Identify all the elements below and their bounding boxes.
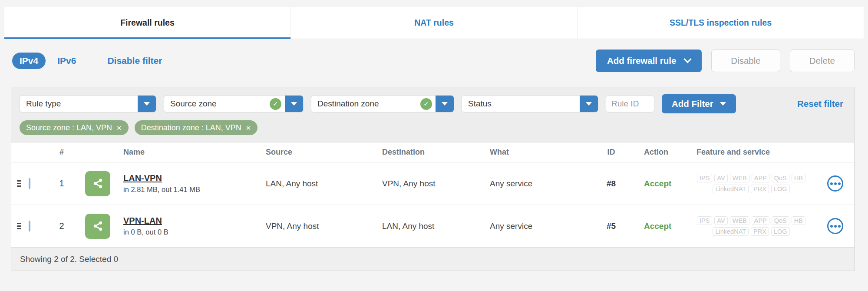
chip-label: Destination zone : LAN, VPN: [141, 123, 241, 132]
feature-badge: APP: [752, 216, 769, 225]
destination-zone-dropdown[interactable]: Destination zone ✓: [311, 95, 454, 112]
caret-down-icon: [586, 102, 592, 106]
rule-traffic: in 2.81 MB, out 1.41 MB: [123, 185, 256, 194]
header-action: Action: [632, 148, 686, 157]
caret-down-icon: [291, 102, 297, 106]
row-checkbox[interactable]: [29, 178, 30, 189]
ipv4-toggle[interactable]: IPv4: [12, 53, 46, 69]
rule-traffic: in 0 B, out 0 B: [123, 228, 256, 236]
tab-label: Firewall rules: [120, 18, 175, 28]
active-filter-chips: Source zone : LAN, VPN ✕ Destination zon…: [20, 120, 846, 135]
rule-number: 2: [50, 221, 73, 231]
tab-ssl-tls-inspection-rules[interactable]: SSL/TLS inspection rules: [577, 7, 864, 39]
caret-down-icon: [442, 102, 448, 106]
destination-zone-filter-chip: Destination zone : LAN, VPN ✕: [135, 120, 258, 135]
rule-number: 1: [50, 179, 73, 188]
filter-area: Rule type Source zone ✓ Destination zone…: [11, 87, 854, 142]
disable-filter-link[interactable]: Disable filter: [107, 56, 162, 66]
network-rule-share-icon: [85, 214, 110, 239]
delete-button[interactable]: Delete: [790, 50, 855, 72]
table-header: # Name Source Destination What ID Action…: [11, 142, 854, 162]
status-dropdown[interactable]: Status: [462, 95, 598, 112]
rule-what-cell: Any service: [482, 179, 591, 188]
feature-badge: PRX: [751, 227, 769, 236]
feature-badge: QoS: [772, 174, 789, 182]
dropdown-button[interactable]: [580, 96, 598, 112]
dropdown-button[interactable]: [436, 96, 454, 112]
header-destination: Destination: [373, 148, 482, 157]
rule-type-dropdown[interactable]: Rule type: [20, 95, 156, 112]
filter-applied-check-icon: ✓: [270, 98, 281, 110]
remove-chip-icon[interactable]: ✕: [246, 125, 251, 131]
rule-destination-cell: VPN, Any host: [373, 179, 482, 188]
network-rule-share-icon: [85, 171, 110, 196]
tab-firewall-rules[interactable]: Firewall rules: [4, 7, 290, 39]
header-what: What: [482, 148, 591, 157]
add-firewall-rule-label: Add firewall rule: [607, 56, 676, 66]
dropdown-label: Rule type: [20, 99, 138, 109]
header-source: Source: [256, 148, 373, 157]
rule-id-input[interactable]: [606, 95, 654, 112]
tab-label: NAT rules: [414, 18, 454, 28]
firewall-rules-panel: Rule type Source zone ✓ Destination zone…: [11, 87, 855, 271]
rule-name-link[interactable]: LAN-VPN: [123, 173, 162, 183]
drag-handle-icon[interactable]: [17, 223, 21, 229]
feature-badges: IPSAVWEBAPPQoSHBLinkedNATPRXLOG: [686, 216, 816, 236]
header-number: #: [50, 148, 73, 157]
filter-applied-check-icon: ✓: [420, 98, 432, 110]
disable-button[interactable]: Disable: [711, 50, 780, 72]
feature-badge: HB: [792, 174, 805, 182]
chevron-down-icon: [684, 55, 692, 63]
feature-badge: QoS: [772, 216, 789, 225]
rule-id-cell: #8: [591, 179, 632, 188]
tab-nat-rules[interactable]: NAT rules: [290, 7, 577, 39]
rule-name-cell: LAN-VPN in 2.81 MB, out 1.41 MB: [113, 173, 256, 194]
remove-chip-icon[interactable]: ✕: [116, 125, 122, 131]
rule-name-cell: VPN-LAN in 0 B, out 0 B: [113, 216, 256, 236]
feature-badge: IPS: [697, 174, 712, 182]
table-row: 1 LAN-VPN in 2.81 MB, out 1.41 MB LAN, A…: [11, 162, 854, 205]
chip-label: Source zone : LAN, VPN: [26, 123, 112, 132]
feature-badge: AV: [714, 216, 727, 225]
rule-name-link[interactable]: VPN-LAN: [123, 216, 162, 226]
feature-badge: IPS: [697, 216, 712, 225]
feature-badge: LinkedNAT: [713, 185, 749, 193]
source-zone-dropdown[interactable]: Source zone ✓: [164, 95, 304, 112]
rule-source-cell: LAN, Any host: [256, 179, 373, 188]
feature-badge: WEB: [730, 174, 749, 182]
row-menu-ellipsis-icon[interactable]: [827, 218, 843, 234]
caret-down-icon: [144, 102, 150, 106]
feature-badges: IPSAVWEBAPPQoSHBLinkedNATPRXLOG: [686, 174, 816, 193]
row-menu-ellipsis-icon[interactable]: [827, 175, 843, 192]
ipv6-toggle[interactable]: IPv6: [57, 56, 76, 66]
tab-bar: Firewall rules NAT rules SSL/TLS inspect…: [4, 7, 864, 39]
dropdown-label: Destination zone: [311, 99, 420, 109]
add-filter-button[interactable]: Add Filter: [662, 94, 736, 113]
caret-down-icon: [720, 102, 726, 106]
feature-badge: PRX: [751, 185, 769, 193]
feature-badge: LOG: [771, 185, 790, 193]
add-filter-label: Add Filter: [672, 99, 713, 109]
dropdown-button[interactable]: [138, 96, 156, 112]
rule-action-cell: Accept: [632, 222, 686, 231]
drag-handle-icon[interactable]: [17, 180, 21, 187]
feature-badge: AV: [714, 174, 727, 182]
dropdown-label: Source zone: [164, 99, 270, 109]
feature-badge: LinkedNAT: [713, 227, 749, 236]
row-checkbox[interactable]: [29, 221, 30, 231]
header-feature-and-service: Feature and service: [686, 148, 816, 157]
rule-id-cell: #5: [591, 222, 632, 231]
table-row: 2 VPN-LAN in 0 B, out 0 B VPN, Any host …: [11, 205, 854, 248]
feature-badge: HB: [792, 216, 805, 225]
tab-label: SSL/TLS inspection rules: [670, 18, 772, 28]
rule-what-cell: Any service: [482, 222, 591, 231]
add-firewall-rule-button[interactable]: Add firewall rule: [596, 50, 702, 72]
dropdown-label: Status: [462, 99, 580, 109]
dropdown-button[interactable]: [285, 96, 303, 112]
rule-source-cell: VPN, Any host: [256, 222, 373, 231]
table-footer-status: Showing 2 of 2. Selected 0: [11, 248, 854, 271]
feature-badge: WEB: [730, 216, 749, 225]
filter-row: Rule type Source zone ✓ Destination zone…: [20, 94, 846, 113]
rule-destination-cell: LAN, Any host: [373, 222, 482, 231]
reset-filter-link[interactable]: Reset filter: [797, 99, 843, 109]
